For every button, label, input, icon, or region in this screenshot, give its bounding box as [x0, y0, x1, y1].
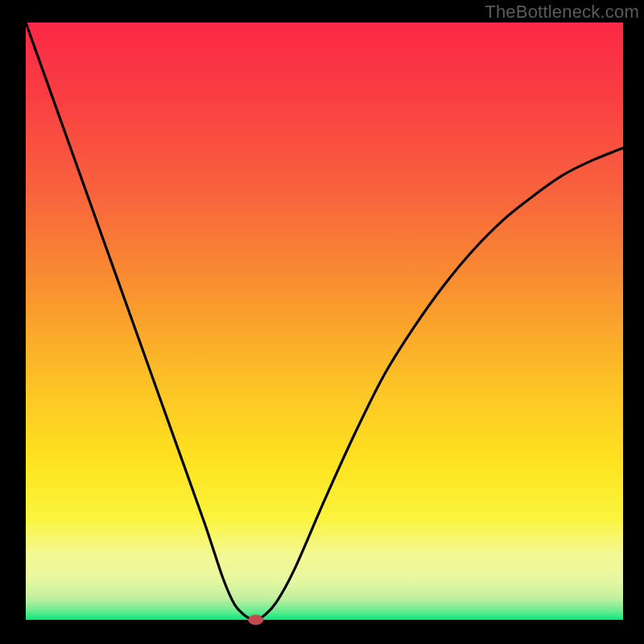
minimum-marker [249, 615, 263, 625]
chart-svg [0, 0, 644, 644]
chart-container: TheBottleneck.com [0, 0, 644, 644]
chart-plot-area [26, 23, 623, 620]
watermark-text: TheBottleneck.com [485, 2, 639, 23]
